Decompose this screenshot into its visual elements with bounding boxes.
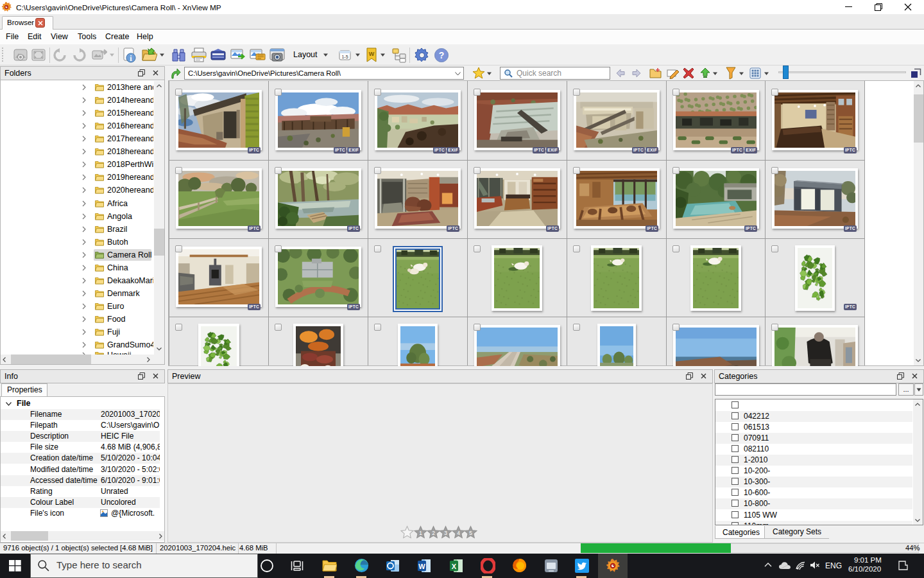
svg-text:3: 3 <box>444 530 447 536</box>
svg-text:5: 5 <box>469 530 472 536</box>
svg-text:2: 2 <box>432 530 435 536</box>
svg-text:1: 1 <box>419 530 422 536</box>
svg-text:W: W <box>369 51 375 57</box>
svg-text:4: 4 <box>457 530 460 536</box>
svg-text:X: X <box>452 563 457 570</box>
svg-text:W: W <box>418 563 425 570</box>
svg-text:1-5: 1-5 <box>341 55 348 59</box>
svg-text:?: ? <box>439 50 445 60</box>
